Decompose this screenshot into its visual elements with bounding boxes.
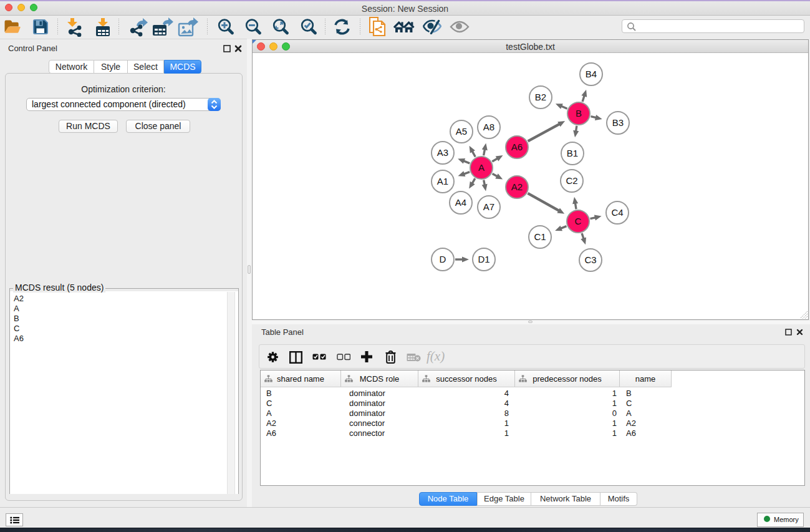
- svg-text:A1: A1: [437, 176, 448, 186]
- svg-text:A3: A3: [437, 147, 448, 158]
- svg-text:C4: C4: [611, 207, 623, 218]
- svg-text:A8: A8: [483, 122, 494, 132]
- svg-text:A7: A7: [483, 201, 494, 212]
- svg-text:A2: A2: [511, 181, 523, 192]
- svg-text:C3: C3: [584, 254, 596, 265]
- svg-text:B1: B1: [567, 148, 578, 158]
- svg-text:D: D: [440, 254, 446, 264]
- svg-text:D1: D1: [478, 254, 489, 264]
- svg-text:B3: B3: [612, 117, 624, 128]
- svg-text:A6: A6: [511, 142, 523, 152]
- svg-text:B: B: [576, 108, 582, 118]
- svg-text:B2: B2: [535, 92, 546, 102]
- svg-text:C1: C1: [534, 231, 546, 242]
- svg-text:A: A: [478, 162, 485, 173]
- svg-text:C: C: [575, 216, 582, 226]
- svg-text:A4: A4: [455, 197, 466, 208]
- svg-text:B4: B4: [586, 69, 597, 79]
- svg-text:C2: C2: [566, 175, 577, 186]
- svg-text:A5: A5: [456, 126, 467, 137]
